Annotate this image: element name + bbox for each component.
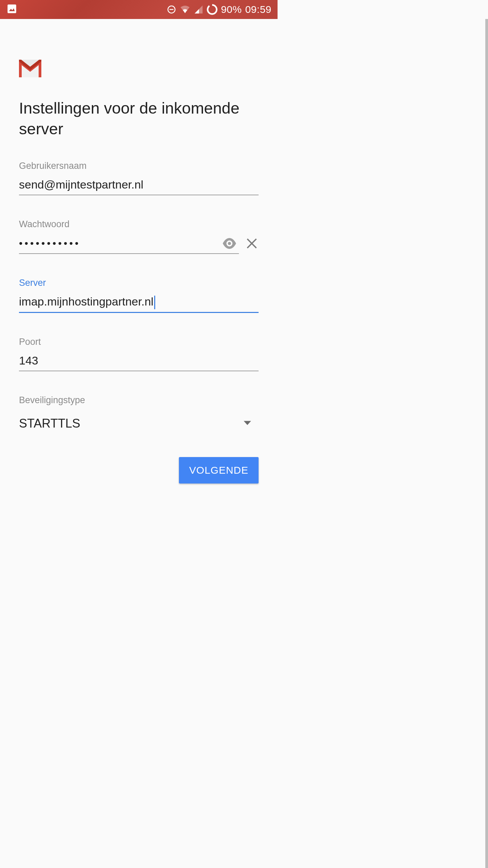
do-not-disturb-icon: [167, 5, 176, 14]
svg-point-4: [208, 5, 217, 14]
security-type-field: Beveiligingstype STARTTLS: [19, 395, 259, 433]
server-label: Server: [19, 278, 259, 288]
password-label: Wachtwoord: [19, 219, 259, 230]
port-input[interactable]: [19, 352, 259, 371]
status-bar: 90% 09:59: [0, 0, 278, 19]
svg-rect-0: [7, 4, 16, 13]
server-value: imap.mijnhostingpartner.nl: [19, 295, 154, 308]
main-content: Instellingen voor de inkomende server Ge…: [0, 19, 278, 494]
clock: 09:59: [245, 4, 271, 15]
svg-marker-12: [244, 421, 251, 425]
username-input[interactable]: [19, 176, 259, 195]
server-field: Server imap.mijnhostingpartner.nl: [19, 278, 259, 313]
chevron-down-icon: [243, 420, 252, 427]
username-field: Gebruikersnaam: [19, 161, 259, 195]
password-field: Wachtwoord: [19, 219, 259, 254]
security-type-value: STARTTLS: [19, 416, 80, 431]
next-button[interactable]: VOLGENDE: [179, 457, 259, 484]
battery-percent: 90%: [221, 4, 242, 15]
battery-circle-icon: [207, 4, 218, 15]
text-cursor: [154, 296, 155, 309]
svg-point-9: [228, 242, 231, 245]
port-label: Poort: [19, 337, 259, 347]
gallery-icon: [6, 3, 18, 16]
server-input[interactable]: imap.mijnhostingpartner.nl: [19, 293, 259, 313]
port-field: Poort: [19, 337, 259, 371]
wifi-icon: [180, 4, 190, 15]
username-label: Gebruikersnaam: [19, 161, 259, 171]
security-type-dropdown[interactable]: STARTTLS: [19, 410, 259, 433]
show-password-icon[interactable]: [222, 238, 237, 250]
security-type-label: Beveiligingstype: [19, 395, 259, 406]
page-title: Instellingen voor de inkomende server: [19, 98, 259, 139]
password-input[interactable]: [19, 234, 239, 254]
gmail-logo-icon: [19, 60, 41, 77]
cellular-icon: [194, 5, 203, 14]
clear-password-icon[interactable]: [245, 237, 259, 252]
